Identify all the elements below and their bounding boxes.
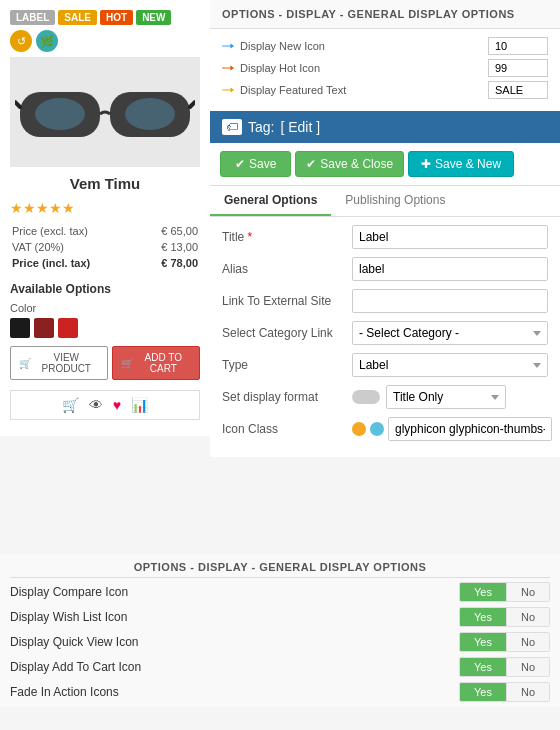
svg-line-3: [190, 102, 195, 107]
display-format-select[interactable]: Title Only: [386, 385, 506, 409]
toggle-no-4[interactable]: No: [506, 683, 549, 701]
save-close-button[interactable]: ✔ Save & Close: [295, 151, 404, 177]
cart-icon: 🛒: [19, 358, 31, 369]
display-format-label: Set display format: [222, 390, 352, 404]
option-row: Display Compare Icon Yes No: [10, 582, 550, 602]
product-name: Vem Timu: [10, 175, 200, 192]
toggle-yes-4[interactable]: Yes: [460, 683, 506, 701]
svg-point-5: [125, 98, 175, 130]
title-label: Title *: [222, 230, 352, 244]
form-row-display-format: Set display format Title Only: [222, 385, 548, 409]
title-input[interactable]: [352, 225, 548, 249]
toggle-yes-3[interactable]: Yes: [460, 658, 506, 676]
option-row: Fade In Action Icons Yes No: [10, 682, 550, 702]
toggle-no-2[interactable]: No: [506, 633, 549, 651]
option-label-2: Display Quick View Icon: [10, 635, 459, 649]
price-incl-value: € 78,00: [139, 256, 198, 270]
display-featured-input[interactable]: SALE: [488, 81, 548, 99]
save-new-icon: ✚: [421, 157, 431, 171]
toggle-no-1[interactable]: No: [506, 608, 549, 626]
leaf-icon: 🌿: [36, 30, 58, 52]
svg-point-4: [35, 98, 85, 130]
type-select[interactable]: Label: [352, 353, 548, 377]
save-new-button[interactable]: ✚ Save & New: [408, 151, 514, 177]
tab-publishing[interactable]: Publishing Options: [331, 186, 459, 216]
display-new-row: Display New Icon 10: [222, 37, 548, 55]
price-incl-label: Price (incl. tax): [12, 256, 137, 270]
tabs-row: General Options Publishing Options: [210, 186, 560, 217]
toggle-group-4: Yes No: [459, 682, 550, 702]
save-close-icon: ✔: [306, 157, 316, 171]
badge-sale: SALE: [58, 10, 97, 25]
form-row-alias: Alias: [222, 257, 548, 281]
cart-fill-icon: 🛒: [121, 358, 133, 369]
toggle-yes-1[interactable]: Yes: [460, 608, 506, 626]
display-hot-input[interactable]: 99: [488, 59, 548, 77]
toggle-no-0[interactable]: No: [506, 583, 549, 601]
eye-action-icon[interactable]: 👁: [89, 397, 103, 413]
link-input[interactable]: [352, 289, 548, 313]
tag-prefix: Tag:: [248, 119, 274, 135]
product-buttons: 🛒 VIEW PRODUCT 🛒 ADD TO CART: [10, 346, 200, 380]
action-icons-row: 🛒 👁 ♥ 📊: [10, 390, 200, 420]
tag-action[interactable]: [ Edit ]: [280, 119, 320, 135]
heart-action-icon[interactable]: ♥: [113, 397, 121, 413]
display-new-input[interactable]: 10: [488, 37, 548, 55]
dot-blue: [370, 422, 384, 436]
admin-panel: OPTIONS - DISPLAY - GENERAL DISPLAY OPTI…: [210, 0, 560, 457]
option-label-1: Display Wish List Icon: [10, 610, 459, 624]
label-row: LABEL SALE HOT NEW: [10, 10, 200, 25]
bottom-rows: Display Compare Icon Yes No Display Wish…: [10, 582, 550, 702]
category-select[interactable]: - Select Category -: [352, 321, 548, 345]
option-row: Display Wish List Icon Yes No: [10, 607, 550, 627]
icon-class-label: Icon Class: [222, 422, 352, 436]
sunglasses-svg: [15, 62, 195, 162]
alias-input[interactable]: [352, 257, 548, 281]
price-table: Price (excl. tax) € 65,00 VAT (20%) € 13…: [10, 222, 200, 272]
form-row-category: Select Category Link - Select Category -: [222, 321, 548, 345]
toggle-no-3[interactable]: No: [506, 658, 549, 676]
chart-action-icon[interactable]: 📊: [131, 397, 148, 413]
form-row-type: Type Label: [222, 353, 548, 377]
swatch-black[interactable]: [10, 318, 30, 338]
svg-marker-7: [230, 44, 234, 49]
product-image: [10, 57, 200, 167]
svg-line-2: [15, 102, 20, 107]
product-stars: ★★★★★: [10, 200, 200, 216]
tab-general[interactable]: General Options: [210, 186, 331, 216]
toggle-group-2: Yes No: [459, 632, 550, 652]
toggle-group-3: Yes No: [459, 657, 550, 677]
icon-class-input[interactable]: [388, 417, 552, 441]
save-button[interactable]: ✔ Save: [220, 151, 291, 177]
svg-marker-9: [230, 66, 234, 71]
swatch-red[interactable]: [58, 318, 78, 338]
display-info-area: Display New Icon 10 Display Hot Icon 99 …: [210, 29, 560, 111]
icon-circles: ↺ 🌿: [10, 30, 200, 52]
form-row-icon-class: Icon Class: [222, 417, 548, 441]
bottom-section: OPTIONS - DISPLAY - GENERAL DISPLAY OPTI…: [0, 555, 560, 707]
link-label: Link To External Site: [222, 294, 352, 308]
display-featured-label: Display Featured Text: [240, 84, 488, 96]
display-format-switch[interactable]: [352, 390, 380, 404]
admin-header-title: OPTIONS - DISPLAY - GENERAL DISPLAY OPTI…: [210, 0, 560, 29]
option-row: Display Quick View Icon Yes No: [10, 632, 550, 652]
cart-action-icon[interactable]: 🛒: [62, 397, 79, 413]
bottom-header: OPTIONS - DISPLAY - GENERAL DISPLAY OPTI…: [10, 555, 550, 578]
toggle-yes-0[interactable]: Yes: [460, 583, 506, 601]
action-buttons-row: ✔ Save ✔ Save & Close ✚ Save & New: [210, 143, 560, 186]
swatch-darkred[interactable]: [34, 318, 54, 338]
vat-value: € 13,00: [139, 240, 198, 254]
display-new-label: Display New Icon: [240, 40, 488, 52]
toggle-group-1: Yes No: [459, 607, 550, 627]
form-row-link: Link To External Site: [222, 289, 548, 313]
display-hot-row: Display Hot Icon 99: [222, 59, 548, 77]
form-row-title: Title *: [222, 225, 548, 249]
refresh-icon: ↺: [10, 30, 32, 52]
toggle-yes-2[interactable]: Yes: [460, 633, 506, 651]
available-options-heading: Available Options: [10, 282, 200, 296]
price-excl-value: € 65,00: [139, 224, 198, 238]
view-product-button[interactable]: 🛒 VIEW PRODUCT: [10, 346, 108, 380]
hot-arrow-icon: [222, 62, 234, 74]
option-label-3: Display Add To Cart Icon: [10, 660, 459, 674]
add-to-cart-button[interactable]: 🛒 ADD TO CART: [112, 346, 200, 380]
